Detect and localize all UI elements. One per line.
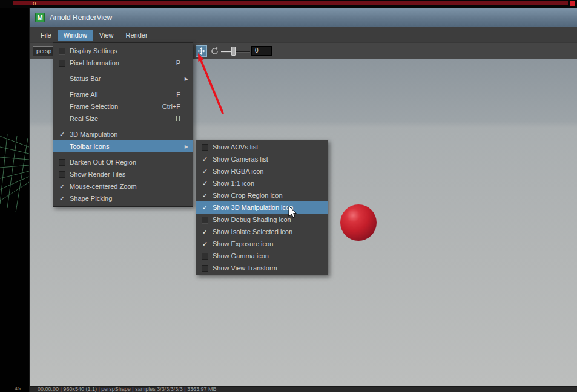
- window-title: Arnold RenderView: [50, 13, 112, 22]
- timeline-frame-number: 45: [15, 385, 21, 391]
- titlebar[interactable]: M Arnold RenderView: [30, 8, 577, 27]
- menu-item-label: Show 3D Manipulation icon: [213, 204, 293, 211]
- menu-item-show-render-tiles[interactable]: Show Render Tiles: [53, 168, 193, 180]
- menu-item-frame-selection[interactable]: Frame Selection Ctrl+F: [53, 100, 193, 113]
- screen: 0 45 M Arnold RenderView File Window Vie…: [0, 0, 577, 392]
- menu-item-real-size[interactable]: Real Size H: [53, 113, 193, 125]
- menu-item-status-bar[interactable]: Status Bar ▶: [53, 73, 193, 85]
- refresh-toolbar-button[interactable]: [210, 47, 219, 56]
- submenu-arrow-icon: ▶: [185, 76, 188, 82]
- maya-top-strip: 0: [0, 0, 577, 8]
- submenu-item-show-3d-manipulation-icon[interactable]: ✓ Show 3D Manipulation icon: [196, 201, 328, 214]
- menu-shortcut: H: [176, 115, 180, 122]
- checkmark-icon: ✓: [202, 155, 208, 163]
- menu-item-label: Darken Out-Of-Region: [70, 158, 136, 166]
- checkmark-icon: ✓: [202, 228, 208, 236]
- exposure-value-field[interactable]: 0: [251, 46, 272, 56]
- timeline-red-band: [13, 1, 568, 5]
- menu-item-label: Show Render Tiles: [70, 171, 125, 178]
- menu-item-display-settings[interactable]: Display Settings: [53, 45, 193, 57]
- submenu-item-show-aovs-list[interactable]: Show AOVs list: [196, 141, 328, 153]
- menu-item-label: Mouse-centered Zoom: [70, 183, 137, 190]
- submenu-item-show-1-1-icon[interactable]: ✓ Show 1:1 icon: [196, 177, 328, 189]
- checkbox-unchecked-icon: [59, 60, 65, 67]
- maya-app-icon: M: [35, 13, 45, 22]
- menu-item-darken-out-of-region[interactable]: Darken Out-Of-Region: [53, 156, 193, 168]
- menubar-item-render[interactable]: Render: [120, 30, 153, 41]
- frame-start-label: 0: [33, 1, 36, 7]
- menu-item-label: Toolbar Icons: [70, 143, 109, 150]
- checkmark-icon: ✓: [59, 131, 65, 139]
- checkmark-icon: ✓: [202, 192, 208, 200]
- render-stats-text: 00:00:00 | 960x540 (1:1) | perspShape | …: [38, 386, 217, 392]
- menu-item-shape-picking[interactable]: ✓ Shape Picking: [53, 192, 193, 204]
- checkbox-unchecked-icon: [202, 217, 208, 223]
- exposure-slider-handle[interactable]: [231, 47, 236, 56]
- submenu-item-show-exposure-icon[interactable]: ✓ Show Exposure icon: [196, 238, 328, 250]
- menubar-item-file[interactable]: File: [35, 30, 57, 41]
- checkbox-unchecked-icon: [202, 253, 208, 260]
- toolbar-icons-submenu: Show AOVs list ✓ Show Cameras list ✓ Sho…: [196, 140, 328, 275]
- menu-item-pixel-information[interactable]: Pixel Information P: [53, 57, 193, 69]
- menu-item-label: Shape Picking: [70, 195, 112, 202]
- submenu-item-show-crop-region-icon[interactable]: ✓ Show Crop Region icon: [196, 189, 328, 201]
- checkmark-icon: ✓: [202, 180, 208, 188]
- checkmark-icon: ✓: [202, 204, 208, 212]
- menu-item-mouse-centered-zoom[interactable]: ✓ Mouse-centered Zoom: [53, 180, 193, 192]
- checkbox-unchecked-icon: [202, 265, 208, 272]
- render-statusbar: 00:00:00 | 960x540 (1:1) | perspShape | …: [30, 386, 577, 392]
- menu-item-label: Show Cameras list: [213, 155, 268, 163]
- menu-item-label: Show Exposure icon: [213, 240, 273, 247]
- menu-item-label: Status Bar: [70, 75, 101, 82]
- menu-item-label: Show View Transform: [213, 264, 277, 272]
- exposure-slider-fill: [221, 51, 232, 52]
- menu-shortcut: Ctrl+F: [162, 103, 180, 110]
- submenu-item-show-gamma-icon[interactable]: Show Gamma icon: [196, 250, 328, 262]
- checkbox-unchecked-icon: [59, 48, 65, 54]
- checkbox-unchecked-icon: [59, 171, 65, 178]
- arnold-renderview-window: M Arnold RenderView File Window View Ren…: [29, 8, 577, 392]
- menu-item-label: Real Size: [70, 115, 98, 122]
- rendered-red-sphere: [340, 204, 377, 241]
- menu-shortcut: P: [176, 59, 180, 67]
- menu-item-label: 3D Manipulation: [70, 131, 118, 138]
- submenu-item-show-view-transform[interactable]: Show View Transform: [196, 262, 328, 274]
- menu-item-label: Display Settings: [70, 47, 117, 54]
- timeline-red-marker: [570, 1, 575, 6]
- menu-item-frame-all[interactable]: Frame All F: [53, 88, 193, 100]
- menu-item-label: Show AOVs list: [213, 143, 258, 151]
- menu-item-3d-manipulation[interactable]: ✓ 3D Manipulation: [53, 128, 193, 140]
- menu-item-label: Show 1:1 icon: [213, 180, 254, 187]
- menubar-item-window[interactable]: Window: [58, 30, 93, 41]
- checkmark-icon: ✓: [202, 240, 208, 248]
- menu-item-label: Show RGBA icon: [213, 168, 263, 175]
- checkbox-unchecked-icon: [59, 159, 65, 166]
- submenu-item-show-isolate-selected-icon[interactable]: ✓ Show Isolate Selected icon: [196, 226, 328, 238]
- checkmark-icon: ✓: [59, 195, 65, 203]
- submenu-item-show-cameras-list[interactable]: ✓ Show Cameras list: [196, 153, 328, 165]
- checkmark-icon: ✓: [202, 168, 208, 175]
- move-axes-icon: [197, 47, 205, 55]
- viewport-grid-wireframe: [0, 8, 29, 392]
- refresh-icon: [210, 47, 219, 56]
- menu-item-label: Show Gamma icon: [213, 252, 269, 260]
- checkmark-icon: ✓: [59, 183, 65, 191]
- menu-item-toolbar-icons[interactable]: Toolbar Icons ▶: [53, 140, 193, 152]
- menu-item-label: Show Isolate Selected icon: [213, 228, 292, 235]
- menu-item-label: Pixel Information: [70, 59, 119, 67]
- submenu-item-show-rgba-icon[interactable]: ✓ Show RGBA icon: [196, 165, 328, 177]
- submenu-item-show-debug-shading-icon[interactable]: Show Debug Shading icon: [196, 214, 328, 226]
- menu-item-label: Frame Selection: [70, 103, 118, 110]
- menu-shortcut: F: [176, 91, 180, 98]
- menu-item-label: Show Debug Shading icon: [213, 216, 291, 223]
- maya-viewport-strip: 45: [0, 8, 29, 392]
- menubar: File Window View Render: [30, 27, 577, 42]
- submenu-arrow-icon: ▶: [185, 144, 188, 149]
- checkbox-unchecked-icon: [202, 144, 208, 151]
- 3d-manipulation-toolbar-button[interactable]: [196, 45, 207, 57]
- menu-item-label: Show Crop Region icon: [213, 192, 283, 199]
- menu-item-label: Frame All: [70, 91, 97, 98]
- menubar-item-view[interactable]: View: [94, 30, 119, 41]
- window-menu: Display Settings Pixel Information P Sta…: [53, 42, 193, 207]
